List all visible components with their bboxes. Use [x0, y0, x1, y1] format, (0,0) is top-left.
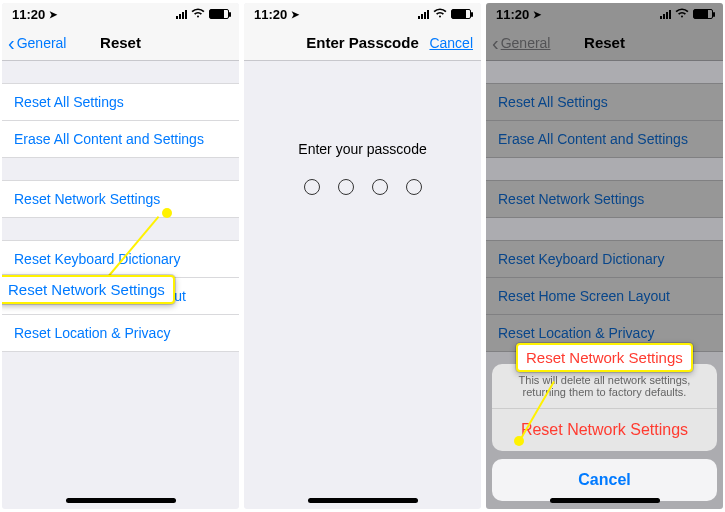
annotation-callout: Reset Network Settings: [516, 343, 693, 372]
action-sheet-cancel-button[interactable]: Cancel: [492, 459, 717, 501]
status-bar: 11:20 ➤: [2, 3, 239, 25]
nav-bar: ‹ General Reset: [2, 25, 239, 61]
status-time: 11:20: [12, 7, 45, 22]
passcode-dot: [372, 179, 388, 195]
wifi-icon: [191, 8, 205, 20]
chevron-left-icon: ‹: [8, 33, 15, 53]
action-sheet: This will delete all network settings, r…: [492, 364, 717, 501]
passcode-dot: [338, 179, 354, 195]
location-icon: ➤: [49, 9, 57, 20]
passcode-dot: [304, 179, 320, 195]
phone-screen-2: 11:20 ➤ Enter Passcode Cancel Enter your…: [244, 3, 481, 509]
wifi-icon: [433, 8, 447, 20]
annotation-callout: Reset Network Settings: [2, 275, 175, 304]
nav-bar: Enter Passcode Cancel: [244, 25, 481, 61]
passcode-prompt: Enter your passcode: [244, 141, 481, 157]
reset-all-settings[interactable]: Reset All Settings: [2, 83, 239, 121]
status-time: 11:20: [254, 7, 287, 22]
home-indicator[interactable]: [308, 498, 418, 503]
passcode-area: Enter your passcode: [244, 141, 481, 195]
location-icon: ➤: [291, 9, 299, 20]
back-button[interactable]: ‹ General: [8, 33, 66, 53]
home-indicator[interactable]: [550, 498, 660, 503]
back-label: General: [17, 35, 67, 51]
nav-title: Enter Passcode: [306, 34, 419, 51]
phone-screen-3: 11:20 ➤ ‹ General Reset Reset All Settin…: [486, 3, 723, 509]
passcode-dot: [406, 179, 422, 195]
passcode-dots[interactable]: [244, 179, 481, 195]
reset-network-settings[interactable]: Reset Network Settings: [2, 180, 239, 218]
signal-icon: [418, 10, 429, 19]
home-indicator[interactable]: [66, 498, 176, 503]
nav-title: Reset: [100, 34, 141, 51]
cancel-button[interactable]: Cancel: [429, 35, 473, 51]
status-bar: 11:20 ➤: [244, 3, 481, 25]
reset-location-privacy[interactable]: Reset Location & Privacy: [2, 315, 239, 352]
battery-icon: [451, 9, 471, 19]
annotation-dot: [162, 208, 172, 218]
erase-all-content[interactable]: Erase All Content and Settings: [2, 121, 239, 158]
signal-icon: [176, 10, 187, 19]
reset-group-1: Reset All Settings Erase All Content and…: [2, 83, 239, 158]
battery-icon: [209, 9, 229, 19]
phone-screen-1: 11:20 ➤ ‹ General Reset Reset All Settin…: [2, 3, 239, 509]
